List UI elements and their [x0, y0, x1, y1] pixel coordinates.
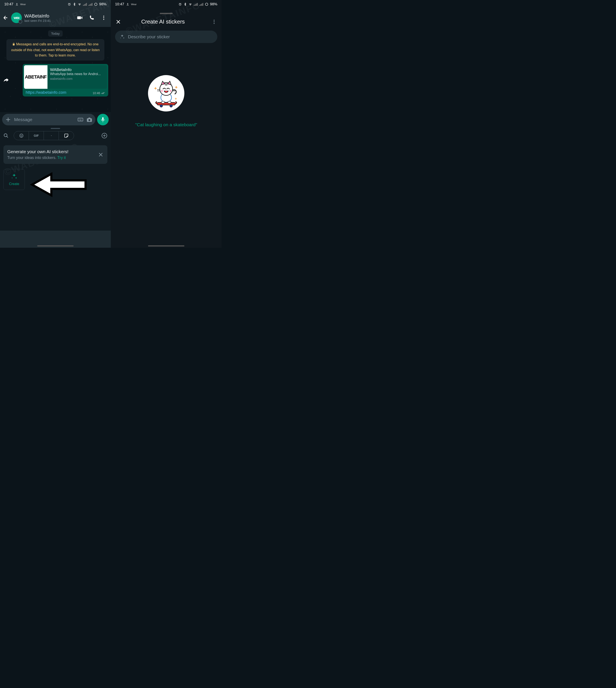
sparkles-icon: [119, 34, 125, 40]
preview-thumb: ABETAINF: [24, 65, 47, 89]
preview-title: WABetaInfo: [50, 67, 104, 72]
cat-skateboard-icon: [150, 77, 182, 109]
sent-message[interactable]: ABETAINF WABetaInfo WhatsApp beta news f…: [23, 64, 108, 96]
preview-domain: wabetainfo.com: [50, 77, 104, 81]
create-label: Create: [9, 182, 19, 186]
tab-emoji[interactable]: [14, 131, 29, 140]
emoji-icon: [19, 133, 24, 138]
nav-handle[interactable]: [148, 245, 184, 246]
plus-icon[interactable]: [5, 116, 11, 123]
back-icon[interactable]: [3, 15, 8, 21]
e2e-text: Messages and calls are end-to-end encryp…: [11, 42, 100, 57]
bluetooth-icon: [183, 3, 187, 6]
svg-rect-10: [80, 120, 82, 120]
wear-label: Wear: [20, 3, 26, 5]
gif-label: GIF: [34, 134, 39, 137]
alarm-icon: [68, 3, 71, 6]
message-link[interactable]: https://wabetainfo.com: [26, 90, 66, 95]
svg-point-25: [161, 90, 163, 92]
battery-ring-icon: [94, 3, 97, 6]
svg-point-26: [170, 90, 171, 92]
sheet-title: Create AI stickers: [118, 18, 208, 25]
signal-icon: [83, 3, 87, 6]
signal-icon-2: [89, 3, 92, 6]
tab-gif[interactable]: GIF: [29, 131, 44, 140]
message-input[interactable]: Message: [2, 114, 95, 125]
more-icon[interactable]: [101, 15, 107, 21]
sticker-caption: "Cat laughing on a skateboard": [135, 122, 197, 127]
signal-icon: [194, 3, 198, 6]
sticker-tray-tabs: GIF: [0, 131, 111, 140]
sheet-header: Create AI stickers: [111, 14, 222, 29]
wear-label: Wear: [131, 3, 137, 5]
annotation-arrow-icon: [28, 171, 88, 198]
describe-input[interactable]: Describe your sticker: [115, 30, 217, 43]
mic-button[interactable]: [97, 114, 109, 125]
e2e-notice[interactable]: Messages and calls are end-to-end encryp…: [6, 39, 104, 61]
dot-icon: [51, 135, 52, 136]
link-preview[interactable]: ABETAINF WABetaInfo WhatsApp beta news f…: [24, 65, 107, 89]
voice-call-icon[interactable]: [89, 15, 94, 21]
chat-title-area[interactable]: WABetaInfo last seen Fri 23:41: [24, 13, 74, 22]
input-bar: Message: [0, 112, 111, 127]
drag-handle[interactable]: [51, 128, 60, 129]
describe-placeholder: Describe your sticker: [128, 34, 170, 39]
add-pack-icon[interactable]: [102, 133, 107, 138]
messages-area[interactable]: Today Messages and calls are end-to-end …: [0, 27, 111, 112]
status-time: 10:47: [4, 2, 14, 6]
bottom-strip: [0, 231, 111, 248]
status-bar: 10:47 Wear 98%: [0, 0, 111, 8]
alarm-icon: [178, 3, 182, 6]
preview-desc: WhatsApp beta news for Androi...: [50, 72, 104, 76]
svg-point-14: [21, 135, 21, 135]
svg-point-16: [51, 135, 51, 136]
status-bar: 10:47 Wear 98%: [111, 0, 222, 8]
tab-sticker[interactable]: [59, 131, 74, 140]
svg-point-8: [81, 119, 81, 120]
battery-percent: 98%: [210, 2, 217, 6]
battery-percent: 98%: [99, 2, 107, 6]
chat-name: WABetaInfo: [24, 13, 74, 19]
svg-point-12: [4, 134, 7, 137]
forward-icon[interactable]: [3, 77, 9, 84]
svg-point-4: [103, 19, 104, 20]
date-pill: Today: [48, 30, 63, 37]
tip-title: Generate your own AI stickers!: [7, 149, 68, 154]
svg-rect-27: [157, 103, 175, 105]
video-call-icon[interactable]: [77, 15, 83, 21]
nav-handle[interactable]: [37, 245, 73, 246]
chat-last-seen: last seen Fri 23:41: [24, 19, 74, 22]
svg-point-13: [20, 134, 23, 137]
svg-point-9: [79, 120, 79, 120]
status-ring-icon: [18, 20, 22, 24]
generated-sticker[interactable]: [148, 75, 184, 111]
svg-point-1: [94, 3, 97, 5]
search-icon[interactable]: [3, 133, 8, 138]
svg-point-20: [214, 20, 215, 21]
svg-point-31: [168, 101, 171, 103]
read-checks-icon: [101, 91, 105, 94]
message-time: 10:46: [93, 91, 100, 95]
create-sticker-button[interactable]: Create: [3, 169, 25, 190]
sticker-icon: [64, 133, 69, 138]
svg-point-15: [22, 135, 22, 135]
chat-header: WBI WABetaInfo last seen Fri 23:41: [0, 8, 111, 27]
svg-point-6: [79, 119, 79, 120]
svg-point-22: [214, 23, 215, 24]
close-icon[interactable]: [98, 152, 104, 157]
tip-try-link[interactable]: Try it: [57, 155, 66, 160]
tab-avatar[interactable]: [44, 131, 59, 140]
wifi-icon: [78, 3, 81, 6]
download-icon: [126, 3, 129, 6]
svg-point-28: [160, 105, 162, 107]
download-icon: [15, 3, 19, 6]
mic-icon: [100, 117, 106, 122]
lock-icon: [12, 42, 15, 47]
more-icon[interactable]: [211, 19, 217, 25]
avatar[interactable]: WBI: [11, 13, 22, 23]
keyboard-icon[interactable]: [78, 116, 83, 123]
avatar-text: WBI: [14, 16, 19, 20]
camera-icon[interactable]: [86, 116, 92, 123]
svg-point-21: [214, 21, 215, 22]
svg-point-7: [80, 119, 81, 120]
